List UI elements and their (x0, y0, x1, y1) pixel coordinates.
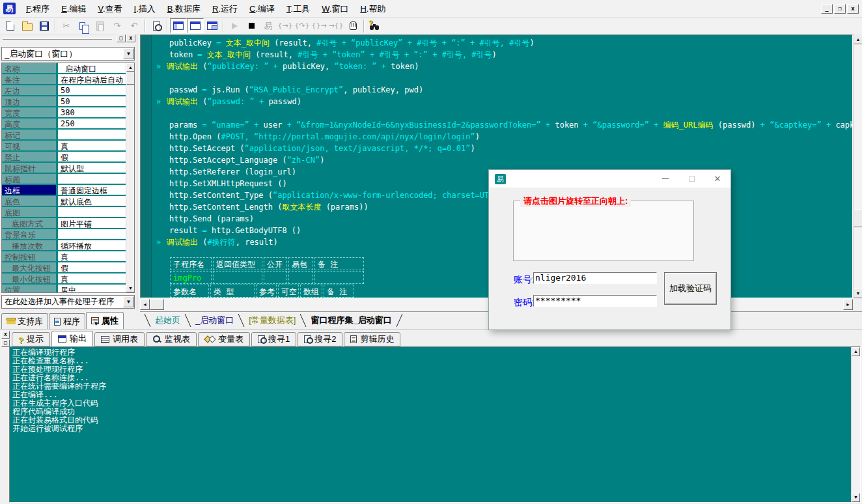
table-cell[interactable] (213, 271, 262, 284)
property-value[interactable]: 循环播放 (58, 240, 126, 250)
property-row[interactable]: 底图方式图片平铺 (2, 218, 126, 229)
property-value[interactable]: 居中 (58, 285, 126, 293)
restore-button[interactable]: ❐ (834, 4, 846, 14)
property-value[interactable]: 380 (58, 107, 126, 117)
property-row[interactable]: 控制按钮真 (2, 251, 126, 262)
scroll-down-icon[interactable]: ▼ (854, 288, 862, 298)
scroll-down-icon[interactable]: ▼ (852, 493, 860, 502)
table-cell[interactable] (314, 271, 364, 284)
table-cell[interactable]: 参考 (256, 285, 277, 298)
find-in-files-button[interactable]: ? (367, 18, 383, 33)
panel-close-button[interactable]: x (126, 35, 135, 42)
open-button[interactable] (19, 18, 36, 33)
property-value[interactable]: 普通固定边框 (58, 185, 126, 195)
save-button[interactable] (36, 18, 53, 33)
property-value[interactable]: 250 (58, 119, 126, 128)
table-cell[interactable]: 备 注 (324, 285, 354, 298)
subroutine-table[interactable]: 子程序名返回值类型公开易包备 注imgPro参数名类 型参考可空数组备 注 (170, 257, 365, 298)
table-cell[interactable]: 参数名 (170, 285, 209, 298)
property-value[interactable]: 50 (58, 85, 126, 95)
editor-tab-窗口程序集_启动窗口[interactable]: 窗口程序集_启动窗口 (308, 315, 394, 326)
property-row[interactable]: 底色默认底色 (2, 196, 126, 207)
table-cell[interactable]: 子程序名 (170, 257, 212, 270)
output-tab-输出[interactable]: 输出 (51, 331, 93, 346)
chevron-down-icon[interactable]: ▼ (123, 48, 134, 59)
menu-I[interactable]: I.插入 (128, 1, 161, 17)
table-cell[interactable] (264, 271, 287, 284)
password-input[interactable]: ********* (533, 295, 657, 307)
load-captcha-button[interactable]: 加载验证码 (664, 272, 717, 305)
account-input[interactable]: nliger2016 (533, 272, 657, 284)
dialog-close-button[interactable]: ✕ (704, 170, 730, 188)
dialog-minimize-button[interactable] (652, 170, 678, 188)
layout-left-button[interactable] (170, 18, 187, 33)
scroll-left-icon[interactable]: ◄ (140, 299, 150, 310)
run-button[interactable] (226, 18, 243, 33)
property-value[interactable]: _启动窗口 (58, 63, 126, 73)
table-cell[interactable]: 返回值类型 (213, 257, 262, 270)
scroll-thumb[interactable] (126, 72, 135, 85)
chevron-down-icon[interactable]: ▼ (123, 296, 134, 307)
panel-grab-handle[interactable] (3, 38, 112, 40)
table-cell[interactable] (288, 271, 313, 284)
table-cell[interactable]: 可空 (278, 285, 299, 298)
property-value[interactable]: 真 (58, 251, 126, 261)
left-tab-属性[interactable]: 属性 (86, 312, 124, 329)
minimize-button[interactable]: _ (821, 4, 833, 14)
layout-top-button[interactable] (187, 18, 204, 33)
output-panel-close-button[interactable]: x (1, 331, 10, 339)
table-cell[interactable]: imgPro (170, 271, 212, 284)
property-row[interactable]: 高度250 (2, 119, 126, 130)
run-to-cursor-button[interactable]: →{} (327, 18, 344, 33)
property-value[interactable]: 在程序启动后自动 (58, 74, 126, 84)
property-grid-scrollbar[interactable]: ▲ ▼ (126, 63, 134, 292)
property-row[interactable]: 背景音乐 (2, 229, 126, 240)
property-value[interactable]: 默认型 (58, 163, 126, 173)
copy-button[interactable] (75, 18, 92, 33)
menu-V[interactable]: V.查看 (92, 1, 128, 17)
property-value[interactable]: 真 (58, 141, 126, 150)
redo-button[interactable]: ↷ (109, 18, 126, 33)
property-row[interactable]: 播放次数循环播放 (2, 240, 126, 251)
menu-B[interactable]: B.数据库 (161, 1, 206, 17)
dialog-title-bar[interactable]: 易 ✕ (489, 170, 730, 188)
property-row[interactable]: 左边50 (2, 85, 126, 96)
output-tab-搜寻1[interactable]: 搜寻1 (251, 332, 296, 346)
property-row[interactable]: 备注在程序启动后自动 (2, 74, 126, 85)
scroll-right-icon[interactable]: ► (843, 299, 853, 310)
step-into-button[interactable]: {→} (277, 18, 294, 33)
property-row[interactable]: 底图 (2, 207, 126, 218)
scroll-down-icon[interactable]: ▼ (126, 284, 135, 292)
scroll-up-icon[interactable]: ▲ (126, 63, 135, 72)
cut-button[interactable]: ✂ (58, 18, 75, 33)
step-over-button[interactable]: {↷} (294, 18, 311, 33)
property-row[interactable]: 鼠标指针默认型 (2, 163, 126, 174)
property-value[interactable]: 假 (58, 152, 126, 161)
output-tab-剪辑历史[interactable]: 剪辑历史 (344, 332, 400, 346)
property-row[interactable]: 可视真 (2, 141, 126, 152)
property-value[interactable] (58, 207, 126, 217)
output-tab-提示[interactable]: ?提示 (12, 332, 50, 346)
stop-button[interactable] (243, 18, 260, 33)
dialog-maximize-button[interactable] (678, 170, 704, 188)
left-tab-支持库[interactable]: 支持库 (1, 313, 48, 329)
pause-button[interactable] (344, 18, 361, 33)
property-value[interactable]: 默认底色 (58, 196, 126, 206)
paste-button[interactable] (92, 18, 109, 33)
object-selector[interactable]: _启动窗口（窗口） ▼ (1, 47, 135, 61)
property-value[interactable] (58, 229, 126, 239)
property-value[interactable]: 假 (58, 262, 126, 272)
new-button[interactable] (2, 18, 19, 33)
property-row[interactable]: 最大化按钮假 (2, 262, 126, 273)
property-value[interactable]: 50 (58, 96, 126, 106)
menu-C[interactable]: C.编译 (243, 1, 281, 17)
table-cell[interactable]: 备 注 (314, 257, 364, 270)
menu-E[interactable]: E.编辑 (55, 1, 92, 17)
output-tab-监视表[interactable]: 监视表 (146, 332, 197, 346)
property-grid[interactable]: 名称_启动窗口备注在程序启动后自动左边50顶边50宽度380高度250标记可视真… (1, 63, 135, 293)
property-row[interactable]: 宽度380 (2, 107, 126, 119)
table-cell[interactable]: 易包 (288, 257, 313, 270)
layout-grid-button[interactable] (204, 18, 221, 33)
property-row[interactable]: 标题 (2, 174, 126, 185)
output-tab-变量表[interactable]: 变量表 (198, 332, 250, 346)
